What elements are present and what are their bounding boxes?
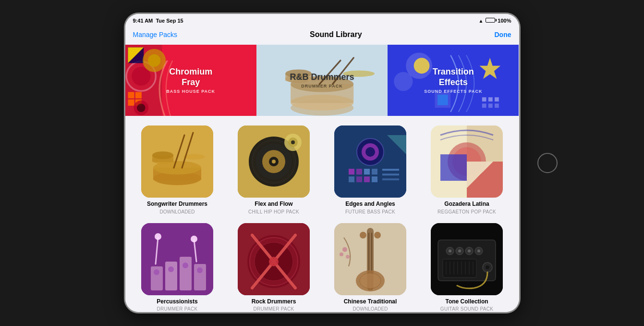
svg-rect-32	[482, 103, 486, 108]
banner-transition-effects[interactable]: TransitionEffects SOUND EFFECTS PACK	[388, 45, 519, 116]
banner-chromium-subtitle: BASS HOUSE PACK	[166, 89, 215, 94]
svg-point-98	[269, 257, 279, 266]
svg-rect-65	[356, 176, 362, 182]
svg-point-85	[155, 233, 161, 240]
svg-rect-69	[382, 174, 399, 176]
svg-point-25	[394, 72, 413, 91]
pack-name-flex: Flex and Flow	[255, 201, 292, 208]
page-title: Sound Library	[310, 30, 362, 39]
status-time: 9:41 AM Tue Sep 15	[133, 18, 183, 24]
svg-point-91	[197, 267, 203, 273]
featured-banners: ChromiumFray BASS HOUSE PACK	[125, 45, 519, 116]
svg-point-14	[291, 95, 353, 111]
banner-rnb-subtitle: DRUMMER PACK	[290, 84, 354, 88]
pack-item-percussionists[interactable]: Percussionists Drummer Pack	[133, 223, 222, 312]
pack-item-gozadera-latina[interactable]: Gozadera Latina Reggaeton Pop Pack	[423, 125, 511, 214]
svg-point-105	[360, 232, 366, 238]
svg-rect-76	[440, 154, 467, 181]
pack-item-chinese-traditional[interactable]: Chinese Traditional DOWNLOADED	[326, 223, 415, 312]
svg-point-41	[152, 151, 173, 159]
svg-point-104	[360, 273, 381, 288]
svg-rect-26	[435, 92, 451, 108]
pack-name-gozadera: Gozadera Latina	[444, 201, 489, 208]
svg-point-10	[137, 103, 145, 112]
pack-name-tone: Tone Collection	[445, 298, 488, 306]
svg-point-12	[148, 54, 160, 67]
svg-rect-61	[356, 169, 362, 175]
svg-point-113	[449, 250, 451, 252]
svg-rect-5	[128, 92, 134, 98]
svg-rect-7	[128, 100, 134, 106]
svg-rect-62	[364, 169, 370, 175]
svg-rect-0	[125, 45, 162, 116]
pack-thumb-tone	[431, 223, 503, 295]
svg-rect-34	[495, 103, 499, 108]
home-button	[537, 153, 558, 173]
svg-marker-28	[479, 58, 500, 79]
svg-rect-67	[372, 176, 377, 182]
svg-point-117	[468, 250, 471, 252]
done-button[interactable]: Done	[495, 31, 511, 38]
svg-point-1	[126, 62, 156, 91]
svg-point-106	[374, 232, 381, 238]
banner-rnb-text: R&B Drummers DRUMMER PACK	[290, 72, 354, 89]
svg-rect-3	[128, 47, 144, 63]
battery-percentage: 100%	[498, 18, 511, 24]
pack-type-edges: Future Bass Pack	[345, 209, 395, 214]
svg-point-108	[346, 255, 350, 259]
svg-rect-70	[382, 178, 399, 180]
banner-transition-subtitle: SOUND EFFECTS PACK	[424, 89, 482, 94]
svg-point-87	[191, 236, 197, 242]
battery-icon	[486, 18, 495, 24]
pack-item-flex-and-flow[interactable]: Flex and Flow Chill Hip Hop Pack	[230, 125, 318, 214]
pack-name-percussionists: Percussionists	[157, 298, 197, 306]
manage-packs-button[interactable]: Manage Packs	[133, 31, 178, 38]
pack-type-rock: Drummer Pack	[253, 306, 294, 312]
wifi-icon: ▲	[478, 18, 483, 24]
svg-rect-120	[443, 259, 476, 277]
pack-name-songwriter: Songwriter Drummers	[147, 201, 207, 208]
pack-item-edges-and-angles[interactable]: Edges and Angles Future Bass Pack	[326, 125, 415, 214]
svg-rect-63	[372, 169, 377, 175]
banner-transition-text: TransitionEffects SOUND EFFECTS PACK	[424, 67, 482, 94]
pack-thumb-flex	[238, 125, 310, 198]
svg-rect-68	[382, 169, 399, 171]
svg-rect-82	[180, 257, 192, 290]
svg-rect-30	[488, 97, 493, 101]
pack-grid: Songwriter Drummers DOWNLOADED	[125, 125, 519, 312]
pack-name-edges: Edges and Angles	[345, 201, 395, 208]
svg-point-9	[134, 100, 148, 115]
svg-rect-64	[349, 176, 354, 182]
svg-point-59	[365, 147, 375, 157]
pack-item-rock-drummers[interactable]: Rock Drummers Drummer Pack	[230, 223, 318, 312]
svg-rect-60	[349, 169, 354, 175]
svg-rect-8	[135, 100, 141, 106]
svg-point-55	[291, 140, 295, 144]
pack-item-songwriter-drummers[interactable]: Songwriter Drummers DOWNLOADED	[133, 125, 222, 214]
pack-type-tone: Guitar Sound Pack	[440, 306, 493, 312]
svg-rect-31	[495, 97, 499, 101]
svg-rect-33	[488, 103, 493, 108]
pack-thumb-songwriter	[141, 125, 213, 198]
svg-point-13	[291, 100, 353, 116]
pack-thumb-rock	[238, 223, 310, 295]
svg-point-2	[132, 67, 150, 86]
status-bar: 9:41 AM Tue Sep 15 ▲ 100%	[125, 14, 519, 27]
svg-point-107	[342, 247, 347, 252]
banner-chromium-title: ChromiumFray	[166, 67, 215, 88]
pack-thumb-gozadera	[431, 125, 503, 198]
banner-rnb-drummers[interactable]: R&B Drummers DRUMMER PACK	[256, 45, 388, 116]
pack-type-percussionists: Drummer Pack	[157, 306, 197, 312]
svg-point-130	[486, 265, 489, 269]
svg-rect-66	[364, 176, 370, 182]
pack-item-tone-collection[interactable]: Tone Collection Guitar Sound Pack	[423, 223, 511, 312]
svg-marker-4	[128, 47, 144, 63]
svg-point-115	[458, 250, 461, 252]
pack-type-songwriter: DOWNLOADED	[160, 209, 195, 214]
pack-thumb-edges	[334, 125, 406, 198]
content-scroll: ChromiumFray BASS HOUSE PACK	[125, 45, 519, 312]
svg-point-88	[154, 269, 159, 275]
svg-point-90	[182, 263, 188, 268]
nav-bar: Manage Packs Sound Library Done	[125, 27, 519, 45]
banner-chromium-fray[interactable]: ChromiumFray BASS HOUSE PACK	[125, 45, 256, 116]
